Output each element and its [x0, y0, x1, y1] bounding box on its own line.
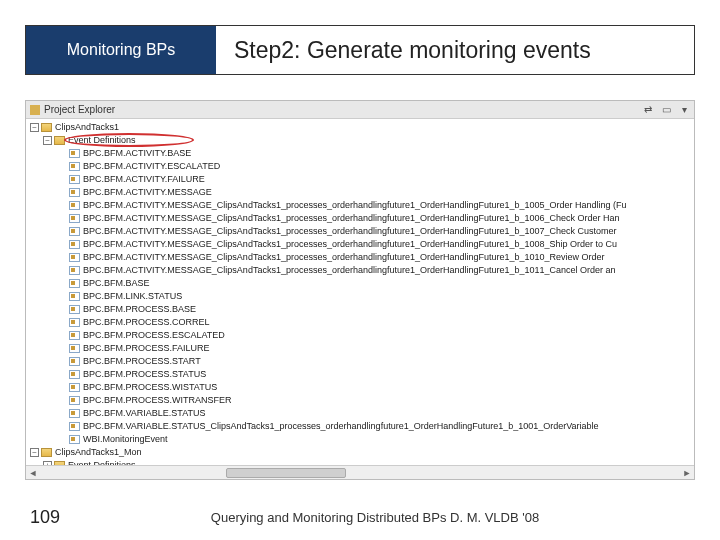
tree-item-label: BPC.BFM.PROCESS.BASE: [83, 303, 196, 316]
event-def-icon: [69, 435, 80, 444]
tree-item-label: BPC.BFM.ACTIVITY.FAILURE: [83, 173, 205, 186]
event-def-icon: [69, 227, 80, 236]
tree-item[interactable]: BPC.BFM.ACTIVITY.MESSAGE_ClipsAndTacks1_…: [26, 199, 694, 212]
tree-item-label: BPC.BFM.ACTIVITY.ESCALATED: [83, 160, 220, 173]
tree-root-2[interactable]: − ClipsAndTacks1_Mon: [26, 446, 694, 459]
tree-item[interactable]: BPC.BFM.PROCESS.WITRANSFER: [26, 394, 694, 407]
tree-item-label: BPC.BFM.PROCESS.CORREL: [83, 316, 210, 329]
tree-item-label: BPC.BFM.PROCESS.FAILURE: [83, 342, 210, 355]
header-tag: Monitoring BPs: [26, 26, 216, 74]
tree-item[interactable]: BPC.BFM.VARIABLE.STATUS_ClipsAndTacks1_p…: [26, 420, 694, 433]
event-def-icon: [69, 175, 80, 184]
horizontal-scrollbar[interactable]: ◄ ►: [26, 465, 694, 479]
tree-item-label: BPC.BFM.ACTIVITY.BASE: [83, 147, 191, 160]
expand-toggle-icon[interactable]: −: [30, 448, 39, 457]
tree-item[interactable]: BPC.BFM.PROCESS.STATUS: [26, 368, 694, 381]
scrollbar-thumb[interactable]: [226, 468, 346, 478]
event-def-icon: [69, 279, 80, 288]
project-icon: [41, 448, 52, 457]
explorer-titlebar: Project Explorer ⇄ ▭ ▾: [26, 101, 694, 119]
tree-item-label: BPC.BFM.BASE: [83, 277, 150, 290]
explorer-title: Project Explorer: [44, 104, 115, 115]
event-def-icon: [69, 201, 80, 210]
tree-item-label: BPC.BFM.ACTIVITY.MESSAGE_ClipsAndTacks1_…: [83, 225, 617, 238]
header-tag-text: Monitoring BPs: [67, 41, 176, 59]
link-with-editor-icon[interactable]: ⇄: [642, 104, 654, 116]
event-def-icon: [69, 188, 80, 197]
event-def-icon: [69, 162, 80, 171]
tree-item-label: BPC.BFM.PROCESS.ESCALATED: [83, 329, 225, 342]
tree-item-label: BPC.BFM.ACTIVITY.MESSAGE: [83, 186, 212, 199]
event-def-icon: [69, 253, 80, 262]
event-def-icon: [69, 370, 80, 379]
tree-item[interactable]: BPC.BFM.PROCESS.WISTATUS: [26, 381, 694, 394]
event-def-icon: [69, 149, 80, 158]
tree-item[interactable]: WBI.MonitoringEvent: [26, 433, 694, 446]
project-explorer-panel: Project Explorer ⇄ ▭ ▾ − ClipsAndTacks1 …: [25, 100, 695, 480]
scroll-left-icon[interactable]: ◄: [26, 466, 40, 480]
tree-item[interactable]: BPC.BFM.LINK.STATUS: [26, 290, 694, 303]
tree-item[interactable]: BPC.BFM.ACTIVITY.BASE: [26, 147, 694, 160]
tree-item[interactable]: BPC.BFM.ACTIVITY.MESSAGE_ClipsAndTacks1_…: [26, 251, 694, 264]
event-def-icon: [69, 292, 80, 301]
tree-item[interactable]: BPC.BFM.PROCESS.FAILURE: [26, 342, 694, 355]
expand-toggle-icon[interactable]: −: [30, 123, 39, 132]
footer-citation: Querying and Monitoring Distributed BPs …: [60, 510, 690, 525]
header-title: Step2: Generate monitoring events: [216, 26, 694, 74]
tree-item-label: BPC.BFM.PROCESS.WITRANSFER: [83, 394, 232, 407]
header-title-text: Step2: Generate monitoring events: [234, 37, 591, 64]
event-def-icon: [69, 409, 80, 418]
scroll-right-icon[interactable]: ►: [680, 466, 694, 480]
page-number: 109: [30, 507, 60, 528]
tree-item-label: BPC.BFM.ACTIVITY.MESSAGE_ClipsAndTacks1_…: [83, 212, 620, 225]
tree-item[interactable]: BPC.BFM.ACTIVITY.MESSAGE: [26, 186, 694, 199]
event-def-icon: [69, 422, 80, 431]
project-icon: [41, 123, 52, 132]
tree-item[interactable]: BPC.BFM.ACTIVITY.MESSAGE_ClipsAndTacks1_…: [26, 238, 694, 251]
tree-item[interactable]: BPC.BFM.ACTIVITY.ESCALATED: [26, 160, 694, 173]
event-definitions-node[interactable]: − Event Definitions: [26, 134, 694, 147]
tree-item[interactable]: BPC.BFM.PROCESS.CORREL: [26, 316, 694, 329]
tree-item[interactable]: BPC.BFM.ACTIVITY.MESSAGE_ClipsAndTacks1_…: [26, 264, 694, 277]
tree-item-label: BPC.BFM.ACTIVITY.MESSAGE_ClipsAndTacks1_…: [83, 251, 605, 264]
tree-item[interactable]: BPC.BFM.PROCESS.ESCALATED: [26, 329, 694, 342]
tree: − ClipsAndTacks1 − Event Definitions BPC…: [26, 119, 694, 480]
tree-root-label: ClipsAndTacks1: [55, 121, 119, 134]
tree-root[interactable]: − ClipsAndTacks1: [26, 121, 694, 134]
tree-item-label: BPC.BFM.PROCESS.STATUS: [83, 368, 206, 381]
event-def-icon: [69, 214, 80, 223]
tree-item-label: BPC.BFM.VARIABLE.STATUS: [83, 407, 206, 420]
expand-toggle-icon[interactable]: −: [43, 136, 52, 145]
event-def-icon: [69, 383, 80, 392]
tree-item[interactable]: BPC.BFM.ACTIVITY.MESSAGE_ClipsAndTacks1_…: [26, 212, 694, 225]
tree-item[interactable]: BPC.BFM.ACTIVITY.FAILURE: [26, 173, 694, 186]
event-def-icon: [69, 240, 80, 249]
explorer-icon: [30, 105, 40, 115]
tree-item-label: WBI.MonitoringEvent: [83, 433, 168, 446]
tree-item[interactable]: BPC.BFM.PROCESS.START: [26, 355, 694, 368]
tree-item-label: BPC.BFM.ACTIVITY.MESSAGE_ClipsAndTacks1_…: [83, 238, 617, 251]
event-def-icon: [69, 266, 80, 275]
tree-item-label: BPC.BFM.PROCESS.START: [83, 355, 201, 368]
tree-item-label: BPC.BFM.VARIABLE.STATUS_ClipsAndTacks1_p…: [83, 420, 599, 433]
tree-item[interactable]: BPC.BFM.VARIABLE.STATUS: [26, 407, 694, 420]
collapse-all-icon[interactable]: ▭: [660, 104, 672, 116]
event-def-icon: [69, 344, 80, 353]
tree-root-2-label: ClipsAndTacks1_Mon: [55, 446, 142, 459]
tree-item[interactable]: BPC.BFM.ACTIVITY.MESSAGE_ClipsAndTacks1_…: [26, 225, 694, 238]
event-def-icon: [69, 331, 80, 340]
slide-footer: 109 Querying and Monitoring Distributed …: [0, 507, 720, 528]
tree-item-label: BPC.BFM.LINK.STATUS: [83, 290, 182, 303]
event-def-icon: [69, 305, 80, 314]
tree-item[interactable]: BPC.BFM.BASE: [26, 277, 694, 290]
tree-item[interactable]: BPC.BFM.PROCESS.BASE: [26, 303, 694, 316]
tree-item-label: BPC.BFM.ACTIVITY.MESSAGE_ClipsAndTacks1_…: [83, 264, 616, 277]
event-def-icon: [69, 357, 80, 366]
tree-item-label: BPC.BFM.PROCESS.WISTATUS: [83, 381, 217, 394]
slide-header: Monitoring BPs Step2: Generate monitorin…: [25, 25, 695, 75]
tree-item-label: BPC.BFM.ACTIVITY.MESSAGE_ClipsAndTacks1_…: [83, 199, 627, 212]
folder-icon: [54, 136, 65, 145]
event-def-icon: [69, 396, 80, 405]
event-definitions-label: Event Definitions: [68, 134, 136, 147]
view-menu-icon[interactable]: ▾: [678, 104, 690, 116]
